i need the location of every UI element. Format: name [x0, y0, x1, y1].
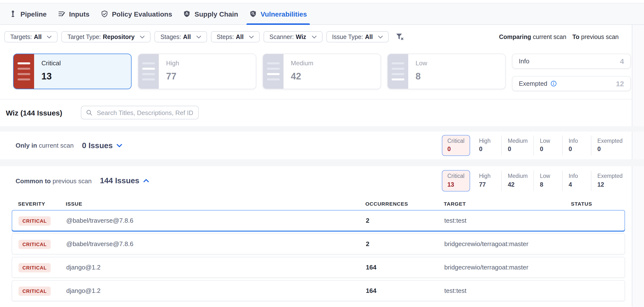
counter-high[interactable]: High 0: [473, 135, 502, 156]
target-name: bridgecrewio/terragoat:master: [444, 264, 572, 271]
counter-label: Medium: [508, 172, 528, 180]
counter-low[interactable]: Low 8: [534, 170, 562, 191]
section-gap: [0, 159, 644, 166]
counter-label: Info: [568, 137, 585, 145]
issue-search: [81, 106, 199, 120]
issue-name: django@1.2: [66, 287, 366, 294]
counter-info[interactable]: Info 0: [562, 135, 591, 156]
severity-card-low[interactable]: Low 8: [387, 54, 506, 89]
severity-card-label: Exempted: [519, 80, 556, 87]
severity-card-info[interactable]: Info 4: [512, 54, 631, 69]
scan-group-label-rest: previous scan: [52, 177, 92, 184]
severity-card-exempted[interactable]: Exempted 12: [512, 76, 631, 91]
clear-filters-icon[interactable]: [396, 33, 404, 40]
only-in-current-scan-panel: Only in current scan 0 Issues Critical 0…: [0, 132, 632, 159]
target-name: test:test: [444, 287, 572, 294]
table-row[interactable]: CRITICAL @babel/traverse@7.8.6 2 bridgec…: [12, 234, 625, 254]
severity-card-label: High: [166, 60, 179, 67]
table-bottom-padding: [0, 304, 632, 307]
filter-target-type[interactable]: Target Type: Repository: [62, 31, 151, 42]
severity-card-medium[interactable]: Medium 42: [262, 54, 381, 89]
counter-label: Info: [568, 172, 585, 180]
info-icon: [550, 80, 556, 87]
filter-scanner[interactable]: Scanner: Wiz: [264, 31, 322, 42]
severity-card-count: 13: [42, 71, 61, 82]
counter-label: Medium: [508, 137, 528, 145]
filter-label: Issue Type:: [332, 34, 363, 40]
filter-value: All: [236, 34, 244, 40]
severity-card-count: 77: [166, 71, 179, 82]
counter-value: 0: [448, 145, 465, 154]
critical-bars-icon: [14, 54, 34, 89]
issue-name: @babel/traverse@7.8.6: [66, 240, 366, 248]
counter-high[interactable]: High 77: [473, 170, 502, 191]
tab-supply-chain[interactable]: Supply Chain: [182, 4, 239, 24]
counter-value: 77: [479, 180, 496, 189]
counter-medium[interactable]: Medium 0: [502, 135, 534, 156]
counter-label: Critical: [448, 172, 465, 180]
table-row[interactable]: CRITICAL django@1.2 164 test:test: [12, 280, 625, 301]
scan-group-label-bold: Common to: [16, 177, 51, 184]
counter-critical[interactable]: Critical 13: [442, 170, 470, 192]
tab-bar: Pipeline Inputs Policy Evaluations Suppl…: [0, 4, 644, 25]
search-input[interactable]: [96, 108, 194, 117]
filter-value: All: [365, 34, 373, 40]
column-header-status: STATUS: [571, 201, 625, 206]
chevron-down-icon: [249, 35, 254, 38]
only-in-issues-toggle[interactable]: 0 Issues: [82, 141, 122, 150]
target-name: bridgecrewio/terragoat:master: [444, 240, 572, 248]
scan-group-label-bold: Only in: [16, 142, 37, 149]
table-row[interactable]: CRITICAL django@1.2 164 bridgecrewio/ter…: [12, 257, 625, 278]
severity-badge: CRITICAL: [18, 216, 51, 226]
occurrences-value: 164: [366, 264, 444, 271]
chevron-down-icon: [140, 35, 145, 38]
chevron-down-icon: [312, 35, 316, 38]
severity-card-critical[interactable]: Critical 13: [13, 54, 132, 89]
filter-value: All: [34, 34, 42, 40]
counter-critical[interactable]: Critical 0: [442, 135, 470, 156]
severity-card-count: 4: [620, 57, 624, 65]
scan-group-label: Only in current scan: [16, 142, 74, 149]
counter-exempted[interactable]: Exempted 0: [591, 135, 628, 156]
counter-value: 13: [448, 180, 465, 189]
chevron-down-icon: [196, 35, 201, 38]
severity-card-high[interactable]: High 77: [138, 54, 256, 89]
counter-label: Low: [540, 137, 556, 145]
common-issues-toggle[interactable]: 144 Issues: [100, 176, 149, 185]
pipeline-icon: [9, 10, 16, 18]
issue-count: 144 Issues: [100, 176, 139, 185]
tab-inputs[interactable]: Inputs: [57, 4, 90, 24]
counter-info[interactable]: Info 4: [562, 170, 591, 191]
tab-pipeline[interactable]: Pipeline: [8, 4, 48, 24]
severity-badge: CRITICAL: [18, 240, 51, 249]
medium-bars-icon: [263, 54, 284, 89]
filter-label: Scanner:: [270, 34, 294, 40]
filter-stages[interactable]: Stages: All: [155, 31, 207, 42]
severity-card-label: Medium: [291, 60, 314, 67]
tab-label: Pipeline: [20, 10, 46, 18]
chevron-up-icon: [143, 179, 149, 183]
issue-name: @babel/traverse@7.8.6: [66, 217, 366, 224]
exempted-label: Exempted: [519, 80, 547, 87]
counter-exempted[interactable]: Exempted 12: [591, 170, 628, 191]
comparing-label: Comparing current scan To previous scan: [499, 34, 619, 40]
counter-label: Low: [540, 172, 556, 180]
severity-card-label: Low: [416, 60, 427, 67]
counter-value: 0: [597, 145, 622, 154]
chevron-down-icon: [117, 144, 122, 148]
severity-badge: CRITICAL: [18, 263, 51, 272]
counter-label: Critical: [448, 137, 465, 145]
filter-label: Targets:: [10, 34, 32, 40]
filter-row: Targets: All Target Type: Repository Sta…: [0, 25, 632, 44]
tab-label: Policy Evaluations: [112, 10, 172, 18]
counter-low[interactable]: Low 0: [534, 135, 562, 156]
table-row[interactable]: CRITICAL @babel/traverse@7.8.6 2 test:te…: [12, 210, 625, 231]
column-header-issue: ISSUE: [66, 201, 365, 206]
filter-issue-type[interactable]: Issue Type: All: [326, 31, 389, 42]
counter-medium[interactable]: Medium 42: [502, 170, 534, 191]
counter-label: High: [479, 172, 496, 180]
tab-vulnerabilities[interactable]: Vulnerabilities: [248, 4, 308, 24]
tab-policy-evaluations[interactable]: Policy Evaluations: [100, 4, 173, 24]
filter-steps[interactable]: Steps: All: [211, 31, 260, 42]
filter-targets[interactable]: Targets: All: [4, 31, 58, 42]
